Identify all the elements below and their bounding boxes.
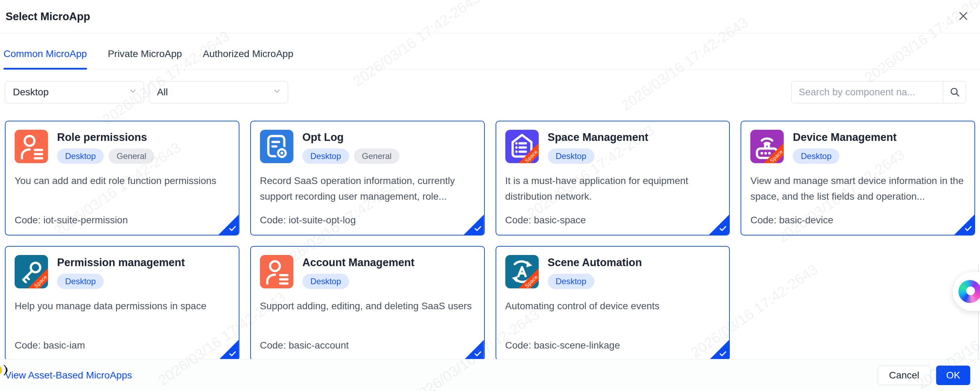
- selected-check-icon: [709, 340, 729, 360]
- card-title: Space Management: [548, 130, 648, 145]
- dialog-footer: View Asset-Based MicroApps Cancel OK: [0, 359, 980, 391]
- badge-desktop: Desktop: [548, 274, 594, 289]
- selected-check-icon: [709, 215, 729, 235]
- card-header: Role permissions DesktopGeneral: [14, 130, 230, 164]
- platform-select-value: Desktop: [13, 87, 49, 98]
- card-title: Opt Log: [302, 130, 399, 145]
- tab-authorized-microapp[interactable]: Authorized MicroApp: [203, 38, 293, 69]
- card-badges: Desktop: [793, 149, 896, 164]
- card-header: Opt Log DesktopGeneral: [260, 130, 475, 164]
- microapp-card[interactable]: Role permissions DesktopGeneral You can …: [5, 121, 239, 235]
- category-select-value: All: [157, 87, 168, 98]
- card-code: Code: iot-suite-opt-log: [260, 215, 356, 226]
- chevron-down-icon: [129, 87, 137, 98]
- badge-desktop: Desktop: [302, 149, 349, 164]
- close-icon: [958, 10, 969, 23]
- card-title: Account Management: [302, 256, 414, 270]
- microapp-card[interactable]: Space Space Management Desktop It is a m…: [496, 121, 730, 235]
- card-description: View and manage smart device information…: [750, 173, 966, 204]
- platform-select[interactable]: Desktop: [5, 81, 144, 103]
- microapp-card[interactable]: Space Device Management Desktop View and…: [741, 121, 975, 235]
- card-code: Code: basic-space: [505, 215, 586, 226]
- card-description: Record SaaS operation information, curre…: [260, 173, 475, 204]
- badge-desktop: Desktop: [548, 149, 594, 164]
- tab-bar: Common MicroAppPrivate MicroAppAuthorize…: [0, 33, 980, 70]
- card-title: Role permissions: [57, 130, 154, 145]
- filter-bar: Desktop All: [0, 81, 980, 103]
- footer-buttons: Cancel OK: [878, 366, 970, 385]
- dialog-header: Select MicroApp: [0, 0, 980, 33]
- card-header: Account Management Desktop: [260, 255, 475, 289]
- card-title: Device Management: [793, 130, 896, 145]
- selected-check-icon: [218, 215, 239, 235]
- space-house-icon: Space: [505, 130, 539, 163]
- microapp-card[interactable]: Space Permission management Desktop Help…: [5, 246, 239, 361]
- badge-general: General: [354, 149, 399, 164]
- card-description: Automating control of device events: [505, 298, 721, 314]
- selected-check-icon: [464, 215, 484, 235]
- card-header: Space Space Management Desktop: [505, 130, 721, 164]
- swirl-logo-icon: [958, 280, 980, 303]
- close-button[interactable]: [956, 9, 971, 24]
- user-roles-icon: [14, 130, 48, 163]
- card-description: Support adding, editing, and deleting Sa…: [260, 298, 475, 314]
- card-badges: DesktopGeneral: [57, 149, 154, 164]
- microapp-card[interactable]: Space Scene Automation Desktop Automatin…: [496, 246, 730, 361]
- selected-check-icon: [954, 215, 974, 235]
- selected-check-icon: [218, 340, 239, 360]
- badge-desktop: Desktop: [57, 149, 104, 164]
- selected-check-icon: [464, 340, 484, 360]
- card-badges: Desktop: [57, 274, 185, 289]
- card-badges: Desktop: [548, 274, 642, 289]
- user-roles-icon: [260, 255, 293, 288]
- microapp-card-grid: Role permissions DesktopGeneral You can …: [0, 121, 980, 361]
- badge-desktop: Desktop: [57, 274, 104, 289]
- card-header: Space Permission management Desktop: [14, 255, 230, 289]
- card-code: Code: basic-iam: [14, 340, 85, 351]
- operation-log-icon: [260, 130, 293, 163]
- dialog-title: Select MicroApp: [6, 10, 90, 23]
- card-description: Help you manage data permissions in spac…: [14, 298, 230, 314]
- view-asset-based-microapps-link[interactable]: View Asset-Based MicroApps: [5, 370, 132, 381]
- search-box: [791, 81, 966, 103]
- card-code: Code: iot-suite-permission: [14, 215, 128, 226]
- card-description: It is a must-have application for equipm…: [505, 173, 721, 204]
- badge-desktop: Desktop: [302, 274, 349, 289]
- card-header: Space Device Management Desktop: [750, 130, 966, 164]
- card-code: Code: basic-account: [260, 340, 349, 351]
- tab-private-microapp[interactable]: Private MicroApp: [108, 38, 182, 69]
- select-microapp-dialog: Select MicroApp Common MicroAppPrivate M…: [0, 0, 980, 391]
- cancel-button[interactable]: Cancel: [878, 366, 931, 385]
- category-select[interactable]: All: [149, 81, 288, 103]
- card-code: Code: basic-scene-linkage: [505, 340, 620, 351]
- search-input[interactable]: [792, 81, 943, 103]
- card-title: Scene Automation: [548, 256, 642, 270]
- scene-automation-icon: Space: [505, 255, 539, 288]
- card-code: Code: basic-device: [750, 215, 833, 226]
- search-icon: [949, 86, 960, 99]
- card-badges: DesktopGeneral: [302, 149, 399, 164]
- microapp-card[interactable]: Opt Log DesktopGeneral Record SaaS opera…: [250, 121, 485, 235]
- tab-common-microapp[interactable]: Common MicroApp: [3, 38, 87, 69]
- badge-general: General: [108, 149, 154, 164]
- card-badges: Desktop: [302, 274, 414, 289]
- search-button[interactable]: [943, 81, 966, 103]
- device-router-icon: Space: [750, 130, 784, 163]
- ok-button[interactable]: OK: [936, 366, 970, 385]
- chevron-down-icon: [272, 87, 282, 98]
- card-badges: Desktop: [548, 149, 648, 164]
- card-title: Permission management: [57, 256, 185, 270]
- badge-desktop: Desktop: [793, 149, 839, 164]
- permission-key-icon: Space: [14, 255, 48, 288]
- microapp-card[interactable]: Account Management Desktop Support addin…: [250, 246, 485, 361]
- card-header: Space Scene Automation Desktop: [505, 255, 721, 289]
- card-description: You can add and edit role function permi…: [14, 173, 230, 189]
